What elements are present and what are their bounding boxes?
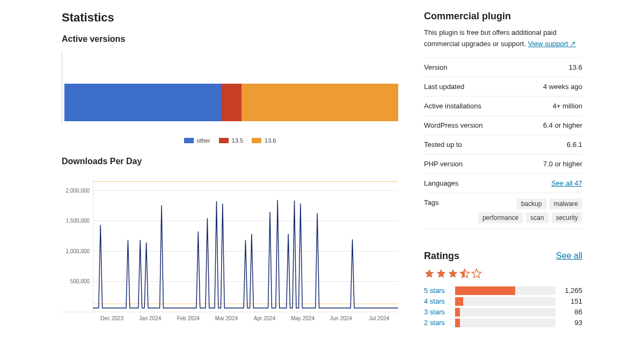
rating-bar (455, 319, 555, 327)
x-tick-label: Feb 2024 (169, 315, 207, 321)
rating-bar (455, 286, 555, 295)
rating-row: 2 stars93 (424, 319, 582, 327)
commercial-title: Commercial plugin (424, 11, 582, 22)
tag[interactable]: performance (478, 212, 523, 223)
rating-row: 4 stars151 (424, 297, 582, 306)
active-versions-chart: other13.513.6 (62, 51, 398, 144)
meta-row: Active installations4+ million (424, 97, 582, 116)
rating-count: 1,265 (561, 286, 582, 295)
meta-row-tags: Tagsbackupmalwareperformancescansecurity (424, 193, 582, 229)
version-segment-13.5 (221, 84, 241, 121)
meta-row: Version13.6 (424, 58, 582, 77)
downloads-chart: 500,0001,000,0001,500,0002,000,000 Dec 2… (62, 178, 398, 321)
y-tick-label: 2,000,000 (62, 187, 90, 193)
legend-item: other (184, 137, 210, 144)
meta-row: Tested up to6.6.1 (424, 135, 582, 154)
y-tick-label: 1,500,000 (62, 218, 90, 224)
ratings-title: Ratings (424, 251, 459, 262)
star-icon (424, 268, 435, 279)
meta-row-languages: LanguagesSee all 47 (424, 174, 582, 193)
ratings-see-all-link[interactable]: See all (556, 251, 582, 261)
languages-see-all-link[interactable]: See all 47 (551, 179, 582, 187)
version-segment-other (64, 84, 221, 121)
downloads-title: Downloads Per Day (62, 157, 398, 166)
x-tick-label: Apr 2024 (246, 315, 284, 321)
version-segment-13.6 (241, 84, 398, 121)
meta-row: PHP version7.0 or higher (424, 154, 582, 174)
rating-stars (424, 268, 582, 279)
rating-count: 86 (561, 308, 582, 316)
x-tick-label: Jul 2024 (360, 315, 398, 321)
tag[interactable]: scan (526, 212, 548, 223)
star-icon (471, 268, 482, 279)
legend-item: 13.5 (219, 137, 243, 144)
meta-row: WordPress version6.4 or higher (424, 116, 582, 135)
x-tick-label: Mar 2024 (207, 315, 245, 321)
x-tick-label: Jan 2024 (131, 315, 169, 321)
rating-count: 151 (561, 297, 582, 305)
x-tick-label: Jun 2024 (322, 315, 360, 321)
rating-bar (455, 308, 555, 316)
rating-row: 3 stars86 (424, 308, 582, 316)
rating-filter-link[interactable]: 4 stars (424, 297, 450, 305)
tag[interactable]: backup (517, 198, 546, 209)
star-icon (436, 268, 447, 279)
x-tick-label: May 2024 (284, 315, 322, 321)
rating-count: 93 (561, 319, 582, 327)
rating-filter-link[interactable]: 2 stars (424, 319, 450, 327)
rating-bar (455, 297, 555, 306)
star-icon (459, 268, 470, 279)
statistics-title: Statistics (62, 11, 398, 25)
commercial-desc: This plugin is free but offers additiona… (424, 27, 582, 50)
tag[interactable]: malware (550, 198, 582, 209)
star-icon (448, 268, 458, 279)
y-tick-label: 500,000 (62, 278, 90, 284)
y-tick-label: 1,000,000 (62, 248, 90, 254)
meta-row: Last updated4 weeks ago (424, 77, 582, 97)
rating-filter-link[interactable]: 3 stars (424, 308, 450, 316)
tag[interactable]: security (552, 212, 582, 223)
view-support-link[interactable]: View support ↗ (528, 40, 576, 48)
active-versions-title: Active versions (62, 34, 398, 44)
x-tick-label: Dec 2023 (93, 315, 131, 321)
rating-row: 5 stars1,265 (424, 286, 582, 295)
rating-filter-link[interactable]: 5 stars (424, 286, 450, 295)
legend-item: 13.6 (252, 137, 276, 144)
